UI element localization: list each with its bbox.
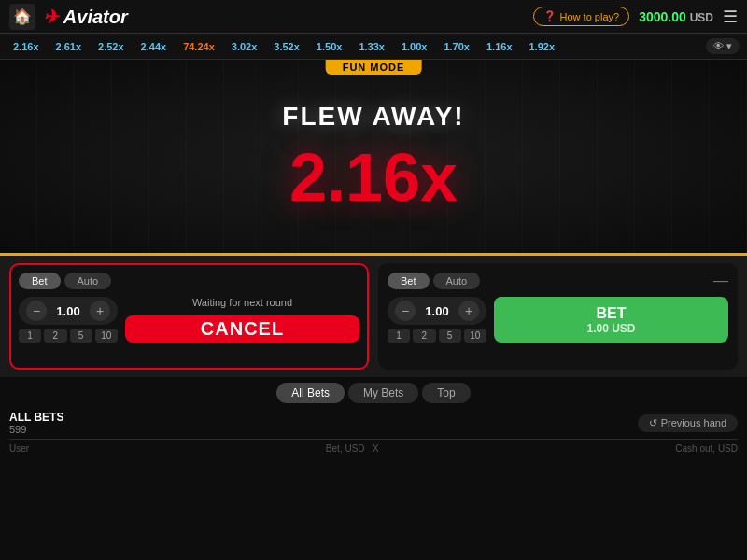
question-icon: ❓ [543, 10, 557, 22]
auto-tab-left-label: Auto [78, 275, 99, 287]
minus-label: — [713, 273, 728, 288]
history-icon: ↺ [649, 417, 657, 429]
mult-chip-4: 74.24x [177, 39, 220, 54]
mult-chip-12: 1.92x [524, 39, 561, 54]
all-bets-tab[interactable]: All Bets [276, 383, 345, 403]
col-x: X [373, 443, 379, 454]
increase-bet-left[interactable]: + [90, 301, 110, 321]
my-bets-label: My Bets [363, 386, 403, 399]
decrease-bet-left[interactable]: − [26, 301, 47, 321]
logo-icon: ✈ [43, 7, 59, 27]
bets-title-area: ALL BETS 599 [9, 411, 63, 435]
quick-bet-1-right[interactable]: 1 [388, 329, 410, 343]
mult-chip-1: 2.61x [50, 39, 88, 54]
bets-tabs: All Bets My Bets Top [9, 383, 738, 403]
col-user: User [9, 443, 29, 454]
quick-bet-10-right[interactable]: 10 [464, 329, 486, 343]
bet-now-button[interactable]: BET 1.00 USD [494, 297, 728, 343]
aviator-logo: ✈ Aviator [43, 6, 128, 28]
bet-tab-left[interactable]: Bet [19, 273, 61, 289]
bet-amount-ctrl-left: − 1.00 + [19, 297, 118, 325]
multiplier-bar: 2.16x 2.61x 2.52x 2.44x 74.24x 3.02x 3.5… [0, 34, 747, 60]
top-bar-right: ❓ How to play? 3000.00 USD ☰ [533, 7, 738, 27]
betting-area: Bet Auto − 1.00 + 1 2 5 10 [0, 256, 747, 377]
mult-chip-0: 2.16x [7, 39, 45, 54]
waiting-label: Waiting for next round [192, 297, 292, 308]
bet-input-col-right: − 1.00 + 1 2 5 10 [388, 297, 486, 343]
bet-tab-right-label: Bet [401, 275, 416, 287]
mult-chip-9: 1.00x [396, 39, 433, 54]
top-label: Top [437, 386, 455, 399]
mult-chip-10: 1.70x [438, 39, 475, 54]
bets-title: ALL BETS [9, 411, 63, 424]
increase-bet-right[interactable]: + [458, 301, 479, 321]
bet-now-amount: 1.00 USD [586, 322, 635, 335]
multiplier-bar-right: 👁 ▾ [706, 38, 740, 54]
fun-mode-label: FUN MODE [343, 62, 405, 73]
quick-bet-5-left[interactable]: 5 [70, 329, 92, 343]
prev-hand-label: Previous hand [661, 417, 726, 428]
mult-chip-2: 2.52x [92, 39, 130, 54]
bet-tab-left-label: Bet [32, 275, 48, 287]
menu-icon[interactable]: ☰ [723, 7, 738, 27]
top-bar: 🏠 ✈ Aviator ❓ How to play? 3000.00 USD ☰ [0, 0, 747, 34]
bet-main-row-left: − 1.00 + 1 2 5 10 Waiting for next round… [19, 297, 359, 343]
bet-panel-left: Bet Auto − 1.00 + 1 2 5 10 [9, 263, 369, 370]
previous-hand-button[interactable]: ↺ Previous hand [638, 414, 738, 432]
mult-chip-3: 2.44x [135, 39, 173, 54]
mult-chip-8: 1.33x [353, 39, 390, 54]
bet-tab-right[interactable]: Bet [388, 273, 430, 289]
quick-bet-1-left[interactable]: 1 [19, 329, 41, 343]
bet-tabs-left: Bet Auto [19, 273, 359, 289]
mult-chip-6: 3.52x [268, 39, 305, 54]
quick-bet-5-right[interactable]: 5 [439, 329, 461, 343]
mult-chip-11: 1.16x [481, 39, 518, 54]
auto-tab-right[interactable]: Auto [433, 273, 481, 289]
balance-amount: 3000.00 [639, 9, 686, 24]
bet-tabs-right: Bet Auto — [388, 273, 728, 289]
logo-text: Aviator [63, 7, 128, 27]
fun-mode-banner: FUN MODE [326, 60, 422, 75]
col-bet: Bet, USD [326, 443, 365, 454]
home-button[interactable]: 🏠 [9, 4, 35, 30]
game-area: FUN MODE FLEW AWAY! 2.16x [0, 60, 747, 256]
bet-input-col-left: − 1.00 + 1 2 5 10 [19, 297, 118, 343]
bet-value-right: 1.00 [423, 304, 451, 318]
quick-bet-2-left[interactable]: 2 [44, 329, 66, 343]
col-cashout: Cash out, USD [675, 443, 738, 454]
home-icon: 🏠 [13, 7, 32, 25]
balance-currency: USD [690, 11, 713, 24]
cancel-button[interactable]: CANCEL [125, 315, 359, 343]
bottom-section: All Bets My Bets Top ALL BETS 599 ↺ Prev… [0, 377, 747, 560]
game-multiplier: 2.16x [289, 144, 458, 211]
bet-amount-value: 1.00 [586, 322, 608, 335]
bets-count: 599 [9, 424, 63, 435]
bet-now-currency: USD [612, 322, 635, 335]
bet-action-col-right: BET 1.00 USD [494, 297, 728, 343]
my-bets-tab[interactable]: My Bets [348, 383, 418, 403]
bet-now-label: BET [597, 304, 627, 322]
auto-tab-left[interactable]: Auto [64, 273, 112, 289]
decrease-bet-right[interactable]: − [395, 301, 416, 321]
all-bets-label: All Bets [291, 386, 330, 399]
bet-action-col-left: Waiting for next round CANCEL [125, 297, 359, 343]
auto-tab-right-label: Auto [446, 275, 468, 287]
bet-main-row-right: − 1.00 + 1 2 5 10 BET 1.00 USD [388, 297, 728, 343]
balance-display: 3000.00 USD [639, 9, 713, 24]
waiting-text: Waiting for next round [125, 297, 359, 308]
how-to-play-button[interactable]: ❓ How to play? [533, 7, 630, 26]
bet-value-left: 1.00 [54, 304, 82, 318]
quick-bet-2-right[interactable]: 2 [413, 329, 435, 343]
mult-chip-5: 3.02x [226, 39, 263, 54]
panel-minus-right[interactable]: — [713, 273, 728, 288]
game-multiplier-value: 2.16x [289, 140, 458, 215]
bets-col-headers: User Bet, USD X Cash out, USD [9, 439, 738, 454]
top-tab[interactable]: Top [422, 383, 470, 403]
quick-bet-10-left[interactable]: 10 [95, 329, 118, 343]
bets-header: ALL BETS 599 ↺ Previous hand [9, 411, 738, 435]
mult-chip-7: 1.50x [311, 39, 348, 54]
eye-button[interactable]: 👁 ▾ [706, 38, 740, 54]
col-bet-x: Bet, USD X [326, 443, 379, 454]
cancel-label: CANCEL [201, 318, 284, 339]
quick-bets-right: 1 2 5 10 [388, 329, 486, 343]
